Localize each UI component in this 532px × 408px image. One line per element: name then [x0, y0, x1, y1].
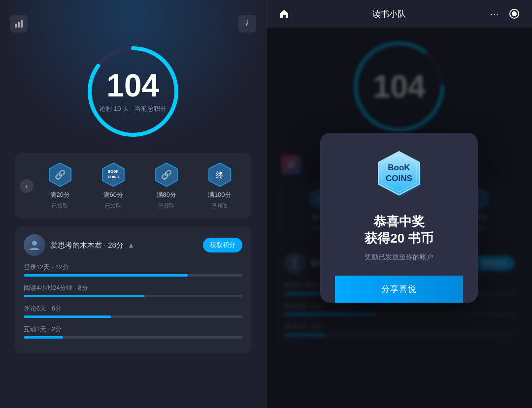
stat-label-comment: 评论6天 · 6分	[24, 304, 242, 313]
info-icon-btn[interactable]: i	[238, 15, 256, 32]
prize-modal: BooK COINS 恭喜中奖 获得20 书币 奖励已发放至你的账户 分享喜悦	[320, 133, 478, 303]
score-circle: 104 还剩 10 天 · 当前总积分	[84, 42, 182, 141]
reward-badge-20: 🔗	[47, 162, 73, 188]
svg-point-14	[32, 241, 37, 246]
reward-label-60: 满60分	[103, 190, 123, 199]
share-button[interactable]: 分享喜悦	[335, 276, 463, 303]
svg-rect-2	[21, 20, 23, 28]
svg-text:🔗: 🔗	[161, 169, 172, 180]
stat-label-interact: 互动2天 · 2分	[24, 325, 242, 334]
reward-label-80: 满80分	[157, 190, 176, 199]
prize-title-line2: 获得20 书币	[365, 230, 433, 247]
stat-bar-bg-login	[24, 274, 242, 277]
svg-rect-1	[18, 22, 20, 28]
reward-item-60: BOOK COINS 满60分 已领取	[100, 162, 126, 210]
get-points-button[interactable]: 获取积分	[203, 238, 242, 252]
reward-item-80: 🔗 满80分 已领取	[154, 162, 179, 210]
nav-arrow-left[interactable]: ‹	[20, 179, 33, 193]
info-icon: i	[246, 19, 248, 28]
svg-text:COINS: COINS	[108, 175, 119, 179]
header-right-icons: ···	[487, 6, 522, 22]
prize-title-line1: 恭喜中奖	[365, 214, 433, 230]
svg-text:BooK: BooK	[388, 163, 411, 172]
stat-bar-bg-comment	[24, 315, 242, 318]
reward-status-60: 已领取	[105, 202, 121, 210]
stat-label-reading: 阅读4小时24分钟 · 8分	[24, 283, 242, 292]
right-bg-content: 104 还剩 11 天 · 当前总积分 天猫读书 🔗 满20分 已领取	[266, 28, 532, 408]
reward-item-100: 终 满100分 已领取	[207, 162, 233, 210]
user-section: 爱思考的木木君 · 28分 ▲ 获取积分 登录12天 · 12分 阅读4小时24…	[15, 226, 251, 353]
record-button[interactable]	[506, 6, 522, 22]
user-name: 爱思考的木木君 · 28分 ▲	[50, 241, 198, 250]
score-number: 104	[99, 70, 166, 101]
stat-bar-fill-interact	[24, 336, 63, 339]
score-subtitle: 还剩 10 天 · 当前总积分	[99, 104, 166, 113]
svg-text:🔗: 🔗	[55, 169, 66, 180]
stat-bar-fill-reading	[24, 295, 144, 297]
more-button[interactable]: ···	[487, 6, 502, 22]
reward-item-20: 🔗 满20分 已领取	[47, 162, 73, 210]
stat-bar-fill-comment	[24, 315, 111, 318]
stat-row-login: 登录12天 · 12分	[24, 263, 242, 277]
right-header-title: 读书小队	[372, 8, 406, 20]
reward-badge-100: 终	[207, 162, 233, 188]
stats-icon-btn[interactable]	[10, 15, 28, 32]
rewards-container: ‹ 🔗 满20分 已领取 BOOK COINS 满60分 已领取	[15, 153, 251, 219]
reward-label-100: 满100分	[208, 190, 232, 199]
modal-overlay: BooK COINS 恭喜中奖 获得20 书币 奖励已发放至你的账户 分享喜悦	[266, 28, 532, 408]
top-icons-row: i	[10, 15, 256, 32]
user-name-text: 爱思考的木木君 · 28分	[50, 241, 124, 249]
prize-subtitle: 奖励已发放至你的账户	[365, 253, 433, 262]
stat-bar-fill-login	[24, 274, 188, 277]
svg-marker-7	[102, 163, 124, 187]
stat-row-reading: 阅读4小时24分钟 · 8分	[24, 283, 242, 297]
stat-label-login: 登录12天 · 12分	[24, 263, 242, 272]
reward-status-80: 已领取	[158, 202, 174, 210]
svg-point-16	[512, 11, 517, 16]
reward-label-20: 满20分	[50, 190, 70, 199]
stat-row-comment: 评论6天 · 6分	[24, 304, 242, 318]
reward-status-100: 已领取	[211, 202, 228, 210]
svg-text:COINS: COINS	[386, 174, 412, 183]
user-header: 爱思考的木木君 · 28分 ▲ 获取积分	[24, 234, 242, 256]
reward-status-20: 已领取	[52, 202, 68, 210]
reward-badge-80: 🔗	[154, 162, 179, 188]
right-header: 读书小队 ···	[266, 0, 532, 28]
book-coins-badge: BooK COINS	[372, 148, 426, 202]
svg-text:终: 终	[216, 171, 224, 179]
avatar	[24, 234, 45, 256]
stat-bar-bg-reading	[24, 295, 242, 297]
prize-title: 恭喜中奖 获得20 书币	[365, 214, 433, 247]
more-icon: ···	[490, 9, 499, 19]
right-panel: 读书小队 ··· 104 还剩 11 天 · 当	[266, 0, 532, 408]
home-button[interactable]	[276, 6, 292, 22]
stat-bar-bg-interact	[24, 336, 242, 339]
reward-badge-60: BOOK COINS	[100, 162, 126, 188]
chevron-up-icon: ▲	[128, 241, 134, 249]
svg-text:BOOK: BOOK	[108, 170, 118, 173]
left-panel: i 104 还剩 10 天 · 当前总积分 ‹ 🔗 满20分 已领取	[0, 0, 266, 408]
stat-row-interact: 互动2天 · 2分	[24, 325, 242, 339]
svg-rect-0	[15, 24, 17, 28]
rewards-items: 🔗 满20分 已领取 BOOK COINS 满60分 已领取 🔗	[33, 162, 246, 210]
